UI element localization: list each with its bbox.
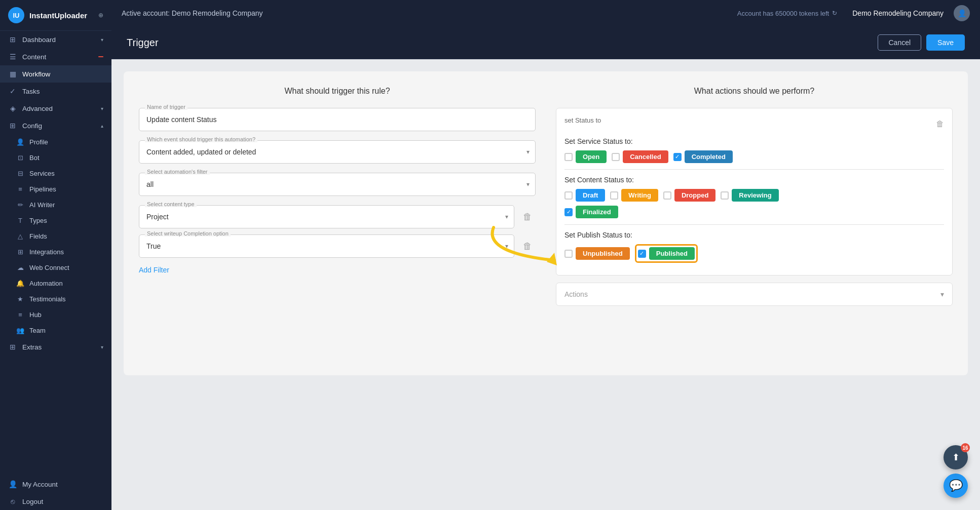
sidebar-item-config[interactable]: ⊞ Config ▴ [0,117,111,134]
sidebar-item-fields[interactable]: △ Fields [0,228,111,244]
sidebar-item-label: Dashboard [22,36,56,44]
event-group: Which event should trigger this automati… [139,140,536,164]
integrations-icon: ⊞ [16,248,24,256]
service-status-label: Set Service Status to: [564,137,944,145]
sidebar-item-tasks[interactable]: ✓ Tasks [0,83,111,100]
sidebar-item-label: Tasks [22,88,40,95]
content-type-select[interactable]: Project [139,205,514,228]
chevron-down-icon: ▾ [101,344,103,350]
writeup-wrapper: Select writeup Completion option True ▾ [139,234,514,258]
writeup-label: Select writeup Completion option [145,230,231,237]
sidebar-item-my-account[interactable]: 👤 My Account [0,476,111,493]
checkbox-open: Open [564,150,607,163]
sidebar-item-content[interactable]: ☰ Content [0,48,111,65]
sidebar-item-hub[interactable]: ≡ Hub [0,307,111,323]
writing-checkbox[interactable] [610,191,618,200]
reviewing-checkbox[interactable] [721,191,729,200]
sidebar-item-workflow[interactable]: ▦ Workflow [0,65,111,83]
scroll-up-badge: 16 [961,443,970,452]
open-checkbox[interactable] [564,153,573,161]
publish-status-section: Set Publish Status to: Unpublished Publi… [564,231,944,263]
sidebar-logo[interactable]: IU InstantUploader ⊕ [0,0,111,31]
sidebar-item-web-connect[interactable]: ☁ Web Connect [0,260,111,276]
svg-marker-0 [547,253,557,265]
sidebar-item-automation[interactable]: 🔔 Automation [0,276,111,291]
open-badge: Open [576,150,607,163]
logo-pin: ⊕ [98,12,103,19]
event-select[interactable]: Content added, updated or deleted [139,140,536,164]
workflow-icon: ▦ [8,70,17,78]
actions-input[interactable]: Actions ▾ [556,283,953,306]
filter-select-wrapper: all ▾ [139,173,536,196]
content-type-label: Select content type [145,201,197,207]
right-panel: What actions should we perform? set Stat… [556,87,953,360]
sidebar-sub-label: Bot [29,154,40,162]
sidebar-item-profile[interactable]: 👤 Profile [0,134,111,150]
completed-checkbox[interactable] [673,153,682,161]
writeup-row: Select writeup Completion option True ▾ … [139,234,536,258]
left-panel-title: What should trigger this rule? [139,87,536,96]
sidebar-sub-label: AI Writer [29,201,55,209]
chat-bubble[interactable]: 💬 [944,474,968,498]
sidebar-item-logout[interactable]: ⎋ Logout [0,493,111,510]
sidebar-item-advanced[interactable]: ◈ Advanced ▾ [0,100,111,117]
scroll-up-icon: ⬆ [952,452,960,463]
web-connect-icon: ☁ [16,264,24,271]
content-type-row: Select content type Project ▾ 🗑 [139,205,536,228]
cancel-button[interactable]: Cancel [878,34,921,51]
active-account-text: Active account: Demo Remodeling Company [122,9,732,17]
writeup-delete-button[interactable]: 🗑 [519,238,536,254]
sidebar-item-team[interactable]: 👥 Team [0,323,111,338]
unpublished-checkbox[interactable] [564,250,573,258]
sidebar-item-extras[interactable]: ⊞ Extras ▾ [0,338,111,356]
sidebar-sub-label: Profile [29,138,48,146]
sidebar-item-label: Content [22,53,46,61]
published-checkbox[interactable] [638,250,646,258]
trigger-name-input[interactable] [139,108,536,131]
company-name: Demo Remodeling Company [852,9,944,17]
hub-icon: ≡ [16,311,24,319]
content-status-section: Set Content Status to: Draft Writing [564,176,944,218]
draft-checkbox[interactable] [564,191,573,200]
add-filter-button[interactable]: Add Filter [139,264,169,276]
service-status-row: Open Cancelled Completed [564,150,944,163]
sidebar-item-services[interactable]: ⊟ Services [0,166,111,181]
sidebar-item-dashboard[interactable]: ⊞ Dashboard ▾ [0,31,111,48]
sidebar: IU InstantUploader ⊕ ⊞ Dashboard ▾ ☰ Con… [0,0,111,510]
set-status-delete-button[interactable]: 🗑 [936,120,944,129]
profile-icon: 👤 [16,138,24,146]
sidebar-sub-label: Hub [29,311,42,319]
sidebar-item-label: Config [22,122,42,130]
filter-select[interactable]: all [139,173,536,196]
main-area: Active account: Demo Remodeling Company … [111,0,980,510]
dropped-badge: Dropped [674,189,715,202]
sidebar-sub-label: Team [29,327,46,334]
sidebar-item-label: My Account [22,481,58,488]
cancelled-checkbox[interactable] [612,153,620,161]
divider-1 [564,169,944,170]
sidebar-item-label: Advanced [22,105,53,112]
sidebar-item-ai-writer[interactable]: ✏ AI Writer [0,197,111,213]
content-type-delete-button[interactable]: 🗑 [519,209,536,225]
dropped-checkbox[interactable] [663,191,671,200]
trigger-name-label: Name of trigger [145,104,187,110]
config-icon: ⊞ [8,122,17,130]
pipelines-icon: ≡ [16,185,24,193]
sidebar-item-pipelines[interactable]: ≡ Pipelines [0,181,111,197]
writeup-select[interactable]: True [139,234,514,258]
logout-icon: ⎋ [8,497,17,505]
sidebar-sub-label: Services [29,170,55,177]
refresh-icon[interactable]: ↻ [832,10,837,17]
writing-badge: Writing [621,189,658,202]
finalized-checkbox[interactable] [564,208,573,216]
sidebar-item-integrations[interactable]: ⊞ Integrations [0,244,111,260]
tokens-text: Account has 650000 tokens left [737,10,829,17]
scroll-up-button[interactable]: 16 ⬆ [944,445,968,469]
logo-initials: IU [13,12,20,19]
sidebar-item-bot[interactable]: ⊡ Bot [0,150,111,166]
tasks-icon: ✓ [8,87,17,95]
sidebar-sub-label: Integrations [29,248,64,256]
sidebar-item-types[interactable]: T Types [0,213,111,228]
save-button[interactable]: Save [926,34,965,51]
sidebar-item-testimonials[interactable]: ★ Testimonials [0,291,111,307]
